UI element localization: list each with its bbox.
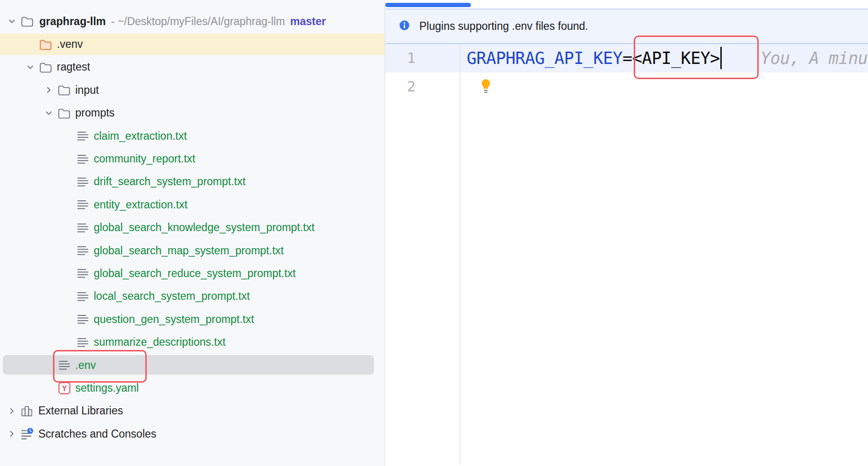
- tree-item-input[interactable]: input: [0, 79, 384, 101]
- chevron-spacer: [62, 131, 72, 141]
- folder-icon: [58, 107, 71, 119]
- text-file-icon: [76, 290, 89, 303]
- tree-item-label: local_search_system_prompt.txt: [94, 290, 250, 303]
- tree-item-external-libraries[interactable]: External Libraries: [0, 400, 384, 422]
- text-file-icon: [76, 336, 89, 349]
- text-file-icon: [76, 267, 89, 280]
- ide-window: graphrag-llm - ~/Desktop/myFiles/AI/grap…: [0, 0, 868, 466]
- bulb-icon[interactable]: [479, 79, 492, 94]
- tree-item-label: entity_extraction.txt: [94, 198, 187, 211]
- chevron-down-icon[interactable]: [44, 108, 54, 118]
- code-text: [460, 79, 492, 94]
- folder-icon: [21, 15, 34, 28]
- tree-item-global-search-knowledge-system-prompt-txt[interactable]: global_search_knowledge_system_prompt.tx…: [0, 216, 384, 239]
- tree-item-label: question_gen_system_prompt.txt: [94, 313, 254, 326]
- tree-item-env[interactable]: .env: [0, 354, 384, 376]
- chevron-down-icon[interactable]: [25, 62, 35, 72]
- tree-item-label: settings.yaml: [75, 382, 139, 394]
- tree-item-label: input: [75, 84, 99, 97]
- chevron-right-icon[interactable]: [7, 429, 17, 439]
- editor-line-2[interactable]: 2: [385, 72, 868, 101]
- tree-item-label: drift_search_system_prompt.txt: [94, 175, 246, 188]
- chevron-spacer: [44, 383, 54, 393]
- project-tree: graphrag-llm - ~/Desktop/myFiles/AI/grap…: [0, 0, 384, 445]
- chevron-right-icon[interactable]: [7, 406, 17, 416]
- project-tool-window: graphrag-llm - ~/Desktop/myFiles/AI/grap…: [0, 0, 385, 466]
- editor-pane: Plugins supporting .env files found. 1GR…: [385, 0, 868, 466]
- chevron-right-icon[interactable]: [44, 85, 54, 95]
- chevron-spacer: [62, 245, 72, 256]
- tree-item-label: global_search_knowledge_system_prompt.tx…: [94, 221, 315, 234]
- chevron-spacer: [62, 154, 72, 164]
- tree-item-ragtest[interactable]: ragtest: [0, 56, 384, 79]
- token-key: GRAPHRAG_API_KEY: [467, 49, 622, 68]
- text-file-icon: [76, 130, 89, 143]
- info-icon: [399, 20, 410, 33]
- tree-item-label: External Libraries: [38, 404, 123, 417]
- chevron-down-icon[interactable]: [7, 16, 17, 27]
- tree-item-local-search-system-prompt-txt[interactable]: local_search_system_prompt.txt: [0, 285, 384, 308]
- tree-item-label: global_search_map_system_prompt.txt: [94, 244, 283, 257]
- editor-tab-strip: [385, 0, 868, 9]
- tree-item-question-gen-system-prompt-txt[interactable]: question_gen_system_prompt.txt: [0, 308, 384, 331]
- tree-item-global-search-reduce-system-prompt-txt[interactable]: global_search_reduce_system_prompt.txt: [0, 262, 384, 285]
- chevron-spacer: [62, 291, 72, 302]
- notification-text: Plugins supporting .env files found.: [419, 20, 588, 33]
- folder-excluded-icon: [39, 38, 52, 51]
- tree-item-project-root[interactable]: graphrag-llm - ~/Desktop/myFiles/AI/grap…: [0, 10, 384, 33]
- tree-item-entity-extraction-txt[interactable]: entity_extraction.txt: [0, 193, 384, 216]
- gutter-separator: [460, 44, 461, 465]
- annotation-api-key-box: [634, 36, 759, 79]
- env-plugins-notification-banner: Plugins supporting .env files found.: [385, 9, 868, 44]
- editor-line-1[interactable]: 1GRAPHRAG_API_KEY=<API_KEY>You, A minu: [385, 44, 868, 72]
- folder-icon: [39, 61, 52, 73]
- line-number: 1: [385, 50, 460, 66]
- token-op: =: [622, 49, 632, 68]
- tree-item-label: claim_extraction.txt: [94, 130, 187, 143]
- text-file-icon: [76, 244, 89, 257]
- yaml-file-icon: Y: [58, 382, 71, 394]
- git-blame-inline-hint: You, A minu: [761, 49, 868, 68]
- tree-item-claim-extraction-txt[interactable]: claim_extraction.txt: [0, 125, 384, 147]
- text-file-icon: [76, 175, 89, 188]
- project-root-path: - ~/Desktop/myFiles/AI/graphrag-llm: [111, 15, 285, 28]
- tree-item-global-search-map-system-prompt-txt[interactable]: global_search_map_system_prompt.txt: [0, 239, 384, 262]
- tree-item-label: .venv: [57, 38, 83, 51]
- chevron-spacer: [62, 199, 72, 210]
- tree-item-label: Scratches and Consoles: [38, 428, 156, 440]
- scratches-icon: [21, 428, 34, 440]
- tree-item-scratches-and-consoles[interactable]: Scratches and Consoles: [0, 422, 384, 445]
- tree-item-label: ragtest: [57, 61, 90, 73]
- svg-text:Y: Y: [62, 384, 67, 392]
- chevron-spacer: [62, 337, 72, 348]
- tree-item-label: prompts: [75, 107, 115, 119]
- tree-item-label: summarize_descriptions.txt: [94, 336, 226, 349]
- text-file-icon: [76, 198, 89, 211]
- project-root-name: graphrag-llm: [39, 15, 106, 28]
- folder-icon: [58, 84, 71, 97]
- tree-item-label: community_report.txt: [94, 152, 195, 165]
- annotation-env-file-box: [53, 350, 147, 383]
- text-file-icon: [76, 221, 89, 234]
- chevron-spacer: [62, 177, 72, 187]
- chevron-spacer: [62, 314, 72, 324]
- libraries-icon: [21, 404, 34, 417]
- tree-item-venv[interactable]: .venv: [0, 33, 384, 55]
- tree-item-label: global_search_reduce_system_prompt.txt: [94, 267, 296, 280]
- code-editor[interactable]: 1GRAPHRAG_API_KEY=<API_KEY>You, A minu2: [385, 44, 868, 465]
- tree-item-community-report-txt[interactable]: community_report.txt: [0, 147, 384, 170]
- text-file-icon: [76, 313, 89, 326]
- tree-item-prompts[interactable]: prompts: [0, 102, 384, 125]
- chevron-spacer: [62, 268, 72, 278]
- text-file-icon: [76, 152, 89, 165]
- tree-item-drift-search-system-prompt-txt[interactable]: drift_search_system_prompt.txt: [0, 170, 384, 193]
- chevron-spacer: [62, 223, 72, 233]
- active-tab-indicator[interactable]: [385, 3, 471, 7]
- git-branch-label: master: [290, 15, 326, 28]
- line-number: 2: [385, 78, 460, 95]
